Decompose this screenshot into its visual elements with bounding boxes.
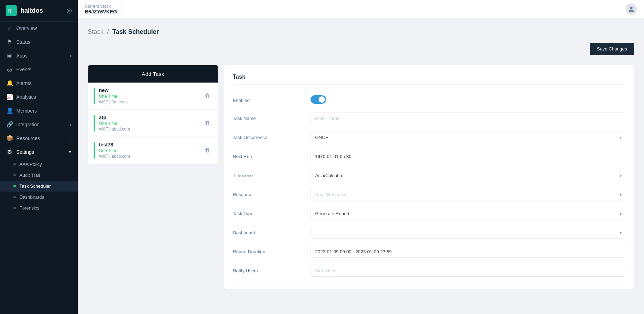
home-icon: ⌂ <box>6 25 13 31</box>
task-list-panel: Add Task new One Time WAF | fari.com 🗑 a… <box>88 65 218 164</box>
sidebar-item-label: Analytics <box>16 94 36 100</box>
task-occurrence-select[interactable]: ONCE DAILY WEEKLY MONTHLY <box>311 132 625 143</box>
task-name: atp <box>99 115 202 120</box>
sidebar-item-status[interactable]: ⚑ Status <box>0 35 78 49</box>
sidebar-item-members[interactable]: 👤 Members <box>0 104 78 117</box>
task-status-bar <box>94 87 95 104</box>
next-run-control <box>311 151 625 162</box>
nav-dot-icon <box>13 174 16 176</box>
svg-text:H: H <box>7 8 11 14</box>
delete-task-button[interactable]: 🗑 <box>202 146 212 155</box>
task-type-select-wrap: Generate Report Backup Sync ▾ <box>311 208 625 219</box>
sidebar-sub-item-label: Task Scheduler <box>19 183 51 189</box>
target-icon[interactable]: ◎ <box>66 7 72 14</box>
sidebar-item-label: Apps <box>16 53 28 59</box>
breadcrumb: Stack / Task Scheduler <box>88 28 634 36</box>
task-occurrence-label: Task Occurrence <box>233 135 303 140</box>
report-duration-label: Report Duration <box>233 249 303 254</box>
sidebar-item-audit-trail[interactable]: Audit Trail <box>0 170 78 181</box>
current-stack-value: B6JZY6VKEG <box>85 9 117 14</box>
sidebar-item-resources[interactable]: 📦 Resources › <box>0 131 78 145</box>
sidebar-item-analytics[interactable]: 📈 Analytics <box>0 90 78 104</box>
form-row-timezone: Timezone Asia/Calcutta UTC America/New_Y… <box>233 166 625 185</box>
user-avatar[interactable] <box>626 4 637 15</box>
sidebar-item-label: Overview <box>16 25 37 31</box>
task-occurrence: One Time <box>99 121 202 126</box>
save-changes-button[interactable]: Save Changes <box>590 43 634 55</box>
task-name-control <box>311 113 625 124</box>
report-duration-input[interactable] <box>311 246 625 258</box>
nav-dot-active-icon <box>13 185 16 187</box>
current-stack-label: Current Stack <box>85 4 117 9</box>
task-name-label: Task Name <box>233 116 303 121</box>
sidebar-sub-item-label: Audit Trail <box>19 173 40 178</box>
form-row-notify-users: Notify Users <box>233 261 625 280</box>
notify-users-control <box>311 265 625 277</box>
sidebar-item-apps[interactable]: ▣ Apps › <box>0 49 78 62</box>
task-detail: WAF | abcd.com <box>99 154 202 159</box>
chevron-right-icon: › <box>70 122 71 127</box>
analytics-icon: 📈 <box>6 93 13 100</box>
dashboard-control: ▾ <box>311 227 625 238</box>
add-task-button[interactable]: Add Task <box>88 65 218 83</box>
next-run-input[interactable] <box>311 151 625 162</box>
delete-task-button[interactable]: 🗑 <box>202 119 212 128</box>
task-item-info: test78 One Time WAF | abcd.com <box>99 142 202 159</box>
task-name: test78 <box>99 142 202 147</box>
sidebar-item-label: Members <box>16 108 37 114</box>
breadcrumb-current: Task Scheduler <box>112 28 159 35</box>
resource-select[interactable]: App / Resource <box>311 189 625 200</box>
apps-icon: ▣ <box>6 52 13 59</box>
sidebar-item-aaa-policy[interactable]: AAA Policy <box>0 159 78 170</box>
nav-dot-icon <box>13 163 16 165</box>
task-type-label: Task Type <box>233 211 303 216</box>
sidebar-item-label: Resources <box>16 135 40 141</box>
sidebar-item-dashboards[interactable]: Dashboards <box>0 192 78 203</box>
enabled-label: Enabled <box>233 98 303 103</box>
sidebar-item-forensics[interactable]: Forensics <box>0 203 78 213</box>
table-row[interactable]: test78 One Time WAF | abcd.com 🗑 <box>88 137 218 164</box>
events-icon: ◎ <box>6 66 13 73</box>
sidebar-item-label: Events <box>16 67 31 72</box>
timezone-select-wrap: Asia/Calcutta UTC America/New_York Europ… <box>311 170 625 181</box>
integration-icon: 🔗 <box>6 121 13 128</box>
next-run-label: Next Run <box>233 154 303 159</box>
resource-select-wrap: App / Resource ▾ <box>311 189 625 200</box>
svg-point-2 <box>630 6 632 9</box>
haltdos-logo: H <box>6 5 17 16</box>
enabled-toggle[interactable] <box>311 95 326 104</box>
dashboard-select-wrap: ▾ <box>311 227 625 238</box>
task-status-bar <box>94 115 95 132</box>
report-duration-control <box>311 246 625 258</box>
task-name-input[interactable] <box>311 113 625 124</box>
task-layout: Add Task new One Time WAF | fari.com 🗑 a… <box>88 65 634 289</box>
sidebar-item-label: Integration <box>16 122 40 127</box>
breadcrumb-parent: Stack <box>88 28 104 35</box>
sidebar-item-overview[interactable]: ⌂ Overview <box>0 22 78 35</box>
task-type-select[interactable]: Generate Report Backup Sync <box>311 208 625 219</box>
notify-users-input[interactable] <box>311 265 625 277</box>
sidebar-item-task-scheduler[interactable]: Task Scheduler <box>0 181 78 192</box>
chevron-right-icon: › <box>70 136 71 140</box>
task-detail: WAF | abcd.com <box>99 127 202 132</box>
form-row-next-run: Next Run <box>233 147 625 166</box>
delete-task-button[interactable]: 🗑 <box>202 91 212 101</box>
alarms-icon: 🔔 <box>6 80 13 86</box>
sidebar-item-events[interactable]: ◎ Events <box>0 62 78 76</box>
sidebar-item-settings[interactable]: ⚙ Settings ∨ <box>0 145 78 159</box>
form-row-dashboard: Dashboard ▾ <box>233 223 625 242</box>
page-content: Stack / Task Scheduler Save Changes Add … <box>78 18 644 314</box>
sidebar-item-integration[interactable]: 🔗 Integration › <box>0 117 78 131</box>
table-row[interactable]: new One Time WAF | fari.com 🗑 <box>88 83 218 110</box>
dashboard-select[interactable] <box>311 227 625 238</box>
form-row-enabled: Enabled <box>233 92 625 109</box>
task-occurrence-select-wrap: ONCE DAILY WEEKLY MONTHLY ▾ <box>311 132 625 143</box>
sidebar-item-alarms[interactable]: 🔔 Alarms <box>0 76 78 90</box>
sidebar-item-label: Settings <box>16 149 34 155</box>
timezone-select[interactable]: Asia/Calcutta UTC America/New_York Europ… <box>311 170 625 181</box>
task-detail: WAF | fari.com <box>99 99 202 104</box>
members-icon: 👤 <box>6 107 13 114</box>
table-row[interactable]: atp One Time WAF | abcd.com 🗑 <box>88 110 218 137</box>
sidebar-sub-item-label: Dashboards <box>19 194 44 200</box>
brand-name: haltdos <box>20 7 43 14</box>
